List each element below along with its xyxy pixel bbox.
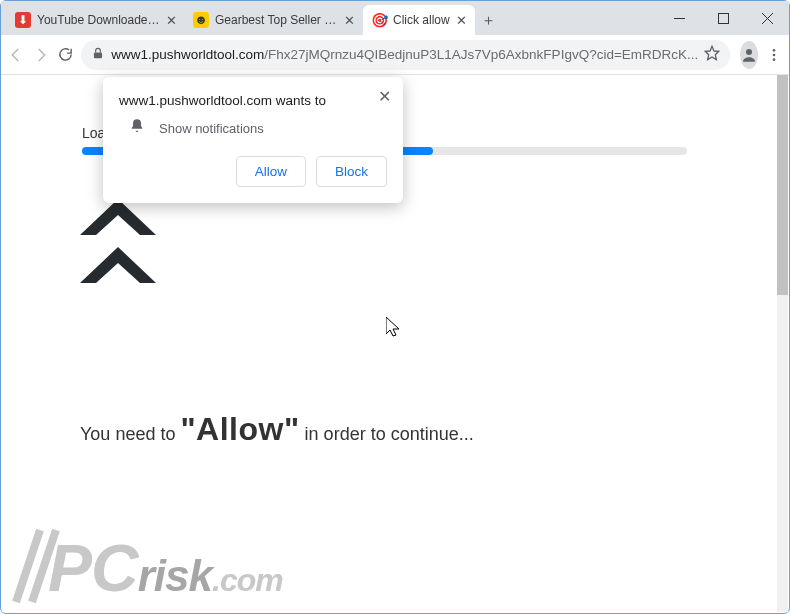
svg-marker-5: [706, 46, 719, 59]
tab-click-allow[interactable]: 🎯 Click allow ✕: [363, 5, 475, 35]
minimize-button[interactable]: [657, 1, 701, 35]
bell-icon: [129, 118, 145, 138]
tab-title: Click allow: [393, 13, 450, 27]
download-icon: ⬇: [15, 12, 31, 28]
close-icon[interactable]: ✕: [344, 13, 355, 28]
svg-point-6: [746, 49, 752, 55]
notification-label: Show notifications: [159, 121, 264, 136]
svg-marker-11: [80, 247, 156, 283]
svg-marker-10: [80, 199, 156, 235]
window-titlebar: ⬇ YouTube Downloader - Do ✕ ☻ Gearbest T…: [1, 1, 789, 35]
forward-button[interactable]: [32, 40, 51, 70]
tab-title: YouTube Downloader - Do: [37, 13, 160, 27]
smile-icon: ☻: [193, 12, 209, 28]
maximize-button[interactable]: [701, 1, 745, 35]
block-button[interactable]: Block: [316, 156, 387, 187]
scrollbar-thumb[interactable]: [777, 75, 788, 295]
tab-youtube-downloader[interactable]: ⬇ YouTube Downloader - Do ✕: [7, 5, 185, 35]
allow-button[interactable]: Allow: [236, 156, 306, 187]
tab-title: Gearbest Top Seller - Dive: [215, 13, 338, 27]
notification-origin: www1.pushworldtool.com wants to: [119, 93, 387, 108]
url-text: www1.pushworldtool.com/Fhx27jMQrnzu4QIBe…: [111, 47, 698, 62]
close-icon[interactable]: ✕: [166, 13, 177, 28]
lock-icon: [91, 46, 105, 63]
address-bar[interactable]: www1.pushworldtool.com/Fhx27jMQrnzu4QIBe…: [81, 40, 730, 70]
watermark: PCrisk.com: [20, 530, 283, 606]
close-button[interactable]: [745, 1, 789, 35]
menu-button[interactable]: [764, 40, 783, 70]
close-icon[interactable]: ✕: [378, 87, 391, 106]
notification-permission-popup: ✕ www1.pushworldtool.com wants to Show n…: [103, 77, 403, 203]
window-controls: [657, 1, 789, 35]
profile-button[interactable]: [740, 41, 758, 69]
vertical-scrollbar[interactable]: [777, 75, 788, 612]
svg-point-9: [772, 58, 775, 61]
bookmark-star-icon[interactable]: [704, 45, 720, 64]
tab-strip: ⬇ YouTube Downloader - Do ✕ ☻ Gearbest T…: [1, 1, 657, 35]
close-icon[interactable]: ✕: [456, 13, 467, 28]
svg-rect-4: [94, 52, 102, 58]
page-icon: 🎯: [371, 12, 387, 28]
tab-gearbest[interactable]: ☻ Gearbest Top Seller - Dive ✕: [185, 5, 363, 35]
new-tab-button[interactable]: ＋: [475, 5, 503, 35]
instruction-text: You need to "Allow" in order to continue…: [80, 411, 474, 448]
up-arrows-graphic: [80, 199, 156, 303]
back-button[interactable]: [7, 40, 26, 70]
svg-rect-1: [718, 13, 728, 23]
svg-point-8: [772, 53, 775, 56]
svg-point-7: [772, 49, 775, 52]
reload-button[interactable]: [56, 40, 75, 70]
toolbar: www1.pushworldtool.com/Fhx27jMQrnzu4QIBe…: [1, 35, 789, 75]
